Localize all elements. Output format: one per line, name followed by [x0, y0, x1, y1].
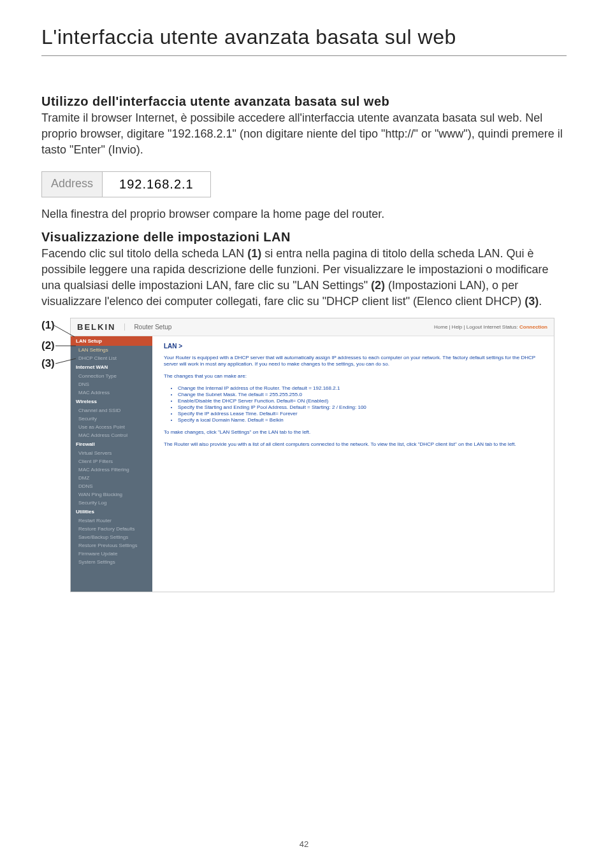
- text-frag: .: [539, 295, 542, 308]
- sidebar-item-ddns[interactable]: DDNS: [71, 482, 152, 490]
- sidebar-item-security[interactable]: Security: [71, 415, 152, 423]
- ref-2: (2): [371, 279, 385, 292]
- sidebar-item-mac[interactable]: MAC Address: [71, 388, 152, 397]
- router-admin-panel: BELKIN Router Setup Home | Help | Logout…: [70, 318, 554, 592]
- sidebar-item-dmz[interactable]: DMZ: [71, 474, 152, 482]
- router-screenshot-wrap: (1) (2) (3) BELKIN Router Setup Home | H…: [41, 318, 567, 592]
- sidebar-item-slog[interactable]: Security Log: [71, 499, 152, 507]
- text-frag: Facendo clic sul titolo della scheda LAN: [41, 247, 247, 260]
- section1-body: Tramite il browser Internet, è possibile…: [41, 110, 567, 159]
- header-subtitle: Router Setup: [124, 324, 171, 331]
- svg-line-0: [54, 325, 75, 337]
- address-value: 192.168.2.1: [103, 172, 210, 197]
- callout-1: (1): [41, 319, 55, 332]
- breadcrumb: LAN >: [164, 343, 542, 350]
- callout-3-label: (3): [41, 357, 55, 369]
- sidebar-group-firewall[interactable]: Firewall: [71, 439, 152, 449]
- sidebar-group-utilities[interactable]: Utilities: [71, 507, 152, 516]
- sidebar-item-dns[interactable]: DNS: [71, 380, 152, 388]
- sidebar-item-macf[interactable]: MAC Address Filtering: [71, 466, 152, 474]
- sidebar-item-ap[interactable]: Use as Access Point: [71, 423, 152, 431]
- header-right: Home | Help | Logout Internet Status: Co…: [434, 324, 547, 330]
- section1-heading: Utilizzo dell'interfaccia utente avanzat…: [41, 94, 567, 109]
- sidebar-item-macctl[interactable]: MAC Address Control: [71, 431, 152, 439]
- router-content: LAN > Your Router is equipped with a DHC…: [152, 336, 554, 592]
- sidebar-item-restore-defaults[interactable]: Restore Factory Defaults: [71, 525, 152, 533]
- sidebar-group-wireless[interactable]: Wireless: [71, 397, 152, 406]
- content-p3: To make changes, click "LAN Settings" on…: [164, 429, 542, 436]
- callout-2: (2): [41, 339, 55, 352]
- sidebar-item-system[interactable]: System Settings: [71, 558, 152, 566]
- sidebar-item-save-backup[interactable]: Save/Backup Settings: [71, 533, 152, 541]
- list-item: Specify the IP address Lease Time. Defau…: [178, 411, 542, 416]
- list-item: Change the Subnet Mask. The default = 25…: [178, 392, 542, 397]
- status-badge: Connection: [519, 324, 547, 330]
- sidebar-item-firmware[interactable]: Firmware Update: [71, 550, 152, 558]
- list-item: Specify a local Domain Name. Default = B…: [178, 417, 542, 423]
- sidebar-group-wan[interactable]: Internet WAN: [71, 362, 152, 372]
- sidebar-item-conn-type[interactable]: Connection Type: [71, 372, 152, 380]
- content-p1: Your Router is equipped with a DHCP serv…: [164, 355, 542, 369]
- ref-1: (1): [247, 247, 261, 260]
- sidebar-item-restart[interactable]: Restart Router: [71, 516, 152, 525]
- header-links[interactable]: Home | Help | Logout Internet Status:: [434, 324, 519, 330]
- sidebar-item-wpb[interactable]: WAN Ping Blocking: [71, 490, 152, 499]
- address-bar: Address 192.168.2.1: [41, 171, 211, 197]
- router-header: BELKIN Router Setup Home | Help | Logout…: [71, 318, 554, 336]
- page-title: L'interfaccia utente avanzata basata sul…: [41, 25, 567, 56]
- svg-line-2: [55, 359, 76, 364]
- callout-2-label: (2): [41, 339, 55, 352]
- sidebar-item-vs[interactable]: Virtual Servers: [71, 449, 152, 457]
- list-item: Change the Internal IP address of the Ro…: [178, 385, 542, 391]
- callout-3: (3): [41, 357, 55, 370]
- sidebar-item-channel[interactable]: Channel and SSID: [71, 406, 152, 415]
- content-p4: The Router will also provide you with a …: [164, 441, 542, 448]
- sidebar-group-lan[interactable]: LAN Setup: [71, 336, 152, 346]
- list-item: Specify the Starting and Ending IP Pool …: [178, 404, 542, 410]
- ref-3: (3): [525, 295, 539, 308]
- router-sidebar: LAN Setup LAN Settings DHCP Client List …: [71, 336, 152, 592]
- sidebar-item-lan-settings[interactable]: LAN Settings: [71, 346, 152, 354]
- sidebar-item-restore-prev[interactable]: Restore Previous Settings: [71, 541, 152, 550]
- content-list: Change the Internal IP address of the Ro…: [178, 385, 542, 423]
- list-item: Enable/Disable the DHCP Server Function.…: [178, 398, 542, 404]
- address-label: Address: [42, 172, 103, 197]
- sidebar-item-cip[interactable]: Client IP Filters: [71, 457, 152, 466]
- section2-body: Facendo clic sul titolo della scheda LAN…: [41, 246, 567, 310]
- sidebar-item-dhcp-list[interactable]: DHCP Client List: [71, 354, 152, 362]
- section2-heading: Visualizzazione delle impostazioni LAN: [41, 230, 567, 245]
- page-number: 42: [41, 839, 567, 849]
- content-p2: The changes that you can make are:: [164, 373, 542, 380]
- after-address-text: Nella finestra del proprio browser compa…: [41, 206, 567, 222]
- brand-logo: BELKIN: [77, 322, 115, 332]
